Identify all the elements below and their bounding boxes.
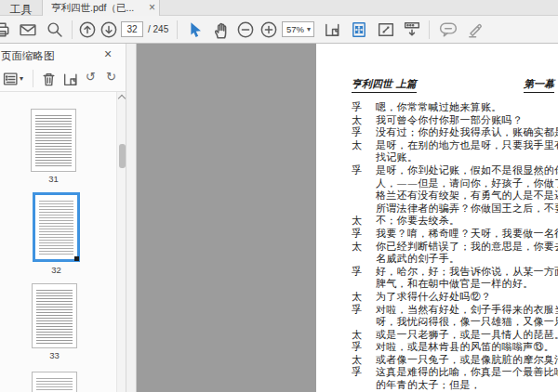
speaker-label: 孚 — [352, 228, 376, 241]
close-tab-icon[interactable]: × — [149, 1, 155, 15]
dialogue-line: 脾气，和在朝中做官是一样的好。 — [352, 278, 558, 291]
highlight-pen-icon[interactable] — [467, 21, 484, 38]
pdf-page-canvas[interactable]: 亨利四世 上篇 第一幕 孚 嗯，你常常喊过她来算账。 太 我可曾令你付你那一部分… — [316, 44, 558, 392]
next-page-icon[interactable] — [100, 21, 117, 38]
speaker-label: 太 — [352, 139, 376, 152]
selection-handle[interactable] — [74, 256, 79, 261]
dialogue-text: 你已经判断错误了；我的意思是，你要去绞杀盗贼，做 — [376, 241, 558, 254]
speaker-label — [352, 151, 376, 164]
zoom-level-dropdown[interactable]: 57% ▾ — [282, 21, 314, 37]
thumbnail-preview — [39, 201, 73, 255]
dialogue-text: 所谓法律者的骗弄？你做国王之后，不要再绞杀盗贼 — [376, 203, 558, 216]
thumbnail-page-32-selected[interactable] — [33, 192, 80, 262]
dialogue-text: 没有过；你的好处我得承认，账确实都是你付的。 — [376, 126, 558, 139]
dialogue-line: 孚 是呀，你到处记账，假如不是很显然的你是显然的主 — [352, 164, 558, 177]
select-tool-icon[interactable] — [188, 21, 205, 38]
close-panel-icon[interactable]: × — [104, 46, 112, 61]
fit-width-icon[interactable] — [324, 21, 340, 38]
running-header-act: 第一幕 — [524, 77, 554, 93]
tab-tools[interactable]: 工具 — [0, 0, 43, 16]
previous-page-icon[interactable] — [79, 21, 96, 38]
speaker-label: 太 — [352, 354, 376, 367]
dialogue-line: 格兰还有没有绞架，有勇气的人是不是还要受那老朽 — [352, 189, 558, 203]
thumbnail-label: 32 — [33, 265, 79, 275]
rotate-clockwise-icon[interactable]: ↻ — [106, 70, 116, 84]
document-viewport: 亨利四世 上篇 第一幕 孚 嗯，你常常喊过她来算账。 太 我可曾令你付你那一部分… — [137, 44, 558, 392]
thumbnails-panel: 页面缩略图 × ▾ ↺ ↻ 31 — [0, 44, 126, 392]
fit-page-icon[interactable] — [351, 21, 367, 38]
speaker-label: 孚 — [352, 101, 376, 114]
speaker-label — [352, 316, 376, 329]
speaker-label: 孚 — [352, 366, 376, 379]
panel-title: 页面缩略图 — [1, 49, 55, 63]
toolbar-divider — [429, 20, 430, 39]
tab-document[interactable]: 亨利四世.pdf（已... × — [43, 0, 160, 16]
thumbnail-label: 31 — [31, 174, 76, 184]
dialogue-text: 不；你要去绞杀。 — [376, 215, 558, 228]
hand-tool-icon[interactable] — [212, 21, 230, 38]
chevron-down-icon: ▾ — [307, 23, 311, 36]
speaker-label — [352, 253, 376, 266]
dialogue-text: 或者像一只兔子，或是像肮脏的摩尔臭沟⑭，你以为 — [376, 354, 558, 367]
thumbnail-page-34[interactable] — [32, 372, 77, 392]
toolbar-options-icon[interactable] — [404, 21, 420, 38]
thumbnail-label: 33 — [32, 350, 77, 360]
chevron-down-icon[interactable]: ▾ — [20, 74, 23, 83]
email-icon[interactable] — [20, 21, 36, 38]
pdf-viewer-window: 工具 亨利四世.pdf（已... × 32 / 245 — [0, 0, 558, 392]
delete-pages-icon[interactable] — [41, 72, 57, 91]
dialogue-text: 名威武的刽子手。 — [376, 253, 558, 266]
dialogue-text: 嗯，你常常喊过她来算账。 — [376, 101, 558, 114]
print-icon[interactable] — [0, 21, 10, 38]
thumbnails-scrollbar[interactable] — [116, 92, 126, 392]
speaker-label — [352, 203, 376, 216]
dialogue-line: 人，——但是，请问你，好孩子，你做了国王的时候，英 — [352, 177, 558, 190]
dialogue-text: 这真是难得的比喻，你真是一个最善比喻、最泼辣、最 — [376, 366, 558, 379]
scrollbar-thumb[interactable] — [119, 144, 126, 168]
zoom-out-icon[interactable] — [237, 21, 254, 38]
speaker-label: 太 — [352, 291, 376, 304]
tab-bar: 工具 亨利四世.pdf（已... × — [0, 0, 558, 16]
dialogue-line: 呀，我忧闷得很，像一只雄猫，又像一只被牵着走的熊 — [352, 316, 558, 329]
dialogue-text: 对啦，当然有好处，刽子手得来的衣服当然不在少数 — [376, 304, 558, 317]
dialogue-line: 太 我可曾令你付你那一部分账吗？ — [352, 114, 558, 127]
panel-splitter[interactable] — [126, 44, 137, 392]
speaker-label: 孚 — [352, 126, 376, 139]
extract-pages-icon[interactable] — [62, 72, 78, 91]
dialogue-text: 是呀，在别的地方也是呀，只要我手里有钱；没钱时 — [376, 139, 558, 152]
dialogue-line: 太 不；你要去绞杀。 — [352, 215, 558, 228]
thumbnail-preview — [36, 290, 73, 344]
dialogue-text: 是呀，你到处记账，假如不是很显然的你是显然的主 — [376, 164, 558, 177]
thumbnail-list: 31 32 33 — [0, 92, 126, 392]
page-number-input[interactable]: 32 — [121, 21, 143, 37]
dialogue-line: 孚 对啦，或是林肯县的风笛的嗡嗡声⑬。 — [352, 341, 558, 354]
dialogue-text: 格兰还有没有绞架，有勇气的人是不是还要受那老朽 — [376, 189, 558, 203]
thumbnail-page-31[interactable] — [31, 109, 76, 172]
speaker-label: 太 — [352, 241, 376, 254]
dialogue-line: 太 为了求得什么好处吗⑫？ — [352, 291, 558, 304]
dialogue-text-block: 孚 嗯，你常常喊过她来算账。 太 我可曾令你付你那一部分账吗？ 孚 没有过；你的… — [352, 101, 558, 392]
dialogue-text: 的年青的太子；但是， — [376, 379, 558, 392]
dialogue-line: 孚 嗯，你常常喊过她来算账。 — [352, 101, 558, 114]
running-header-title: 亨利四世 上篇 — [352, 77, 417, 93]
zoom-in-icon[interactable] — [260, 21, 277, 38]
fullscreen-icon[interactable] — [378, 21, 394, 38]
speaker-label — [352, 189, 376, 203]
scroll-up-icon[interactable] — [118, 95, 126, 102]
search-icon[interactable] — [46, 21, 63, 38]
thumbnail-page-33[interactable] — [32, 283, 77, 348]
dialogue-line: 找记账。 — [352, 151, 558, 164]
speaker-label: 孚 — [352, 266, 376, 279]
dialogue-text: 我可曾令你付你那一部分账吗？ — [376, 114, 558, 127]
rotate-counterclockwise-icon[interactable]: ↺ — [86, 70, 96, 84]
thumbnail-options-icon[interactable] — [3, 72, 19, 90]
speaker-label: 孚 — [352, 164, 376, 177]
page-count-label: / 245 — [148, 24, 168, 34]
dialogue-line: 太 是呀，在别的地方也是呀，只要我手里有钱；没钱时 — [352, 139, 558, 152]
dialogue-line: 太 或是一只老狮子，或是一具情人的琵琶。 — [352, 329, 558, 342]
comment-icon[interactable] — [439, 21, 458, 38]
speaker-label — [352, 278, 376, 291]
toolbar-divider — [177, 20, 178, 39]
dialogue-line: 名威武的刽子手。 — [352, 253, 558, 266]
dialogue-text: 我要？唷，稀奇哩？天呀，我要做一名很威武的法官 — [376, 228, 558, 241]
